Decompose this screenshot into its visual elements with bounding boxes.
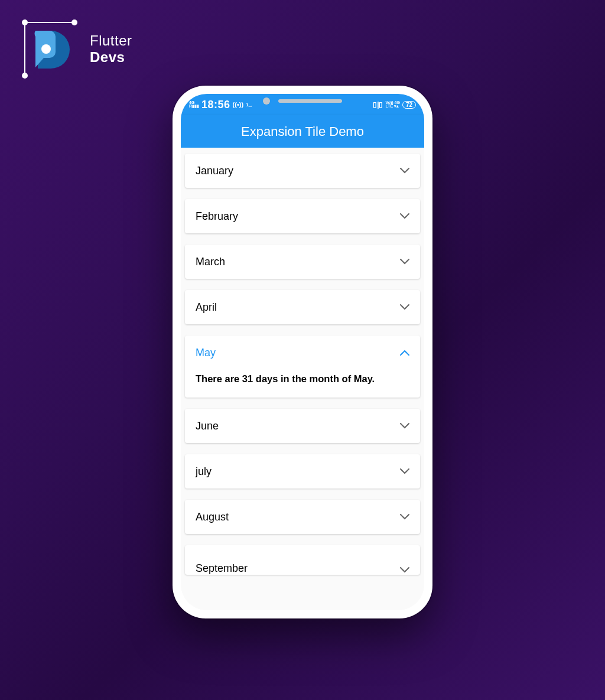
app-bar-title: Expansion Tile Demo [241, 124, 364, 139]
chevron-down-icon [400, 512, 409, 522]
expansion-tile-january[interactable]: January [185, 154, 420, 188]
expansion-tile-august[interactable]: August [185, 500, 420, 534]
network-icon: 4GR▮▮▮ [189, 101, 199, 109]
tile-content: There are 31 days in the month of May. [185, 370, 420, 398]
logo-icon [18, 17, 83, 82]
tile-title: February [196, 210, 238, 223]
tile-title: May [196, 347, 216, 359]
logo-text-line1: Flutter [90, 32, 132, 49]
svg-point-5 [41, 44, 51, 54]
expansion-tile-april[interactable]: April [185, 290, 420, 324]
chevron-down-icon [400, 166, 409, 175]
vibrate-icon: ▯|▯ [373, 100, 383, 109]
expansion-tile-march[interactable]: March [185, 245, 420, 279]
tile-title: June [196, 420, 219, 432]
expansion-tile-february[interactable]: February [185, 199, 420, 233]
status-time: 18:56 [201, 99, 230, 111]
chevron-down-icon [400, 565, 409, 575]
expansion-tile-june[interactable]: June [185, 409, 420, 443]
expansion-tile-july[interactable]: july [185, 454, 420, 489]
wifi-icon: ((•)) [233, 101, 244, 108]
tile-title: March [196, 256, 225, 268]
expansion-tile-september[interactable]: September [185, 545, 420, 575]
app-bar: Expansion Tile Demo [181, 115, 424, 148]
chevron-down-icon [400, 467, 409, 476]
tile-title: july [196, 465, 212, 478]
lte-icon: Vo)) 4GLTE ▾▴ [386, 101, 400, 109]
brand-logo: Flutter Devs [18, 17, 132, 82]
chevron-down-icon [400, 257, 409, 266]
speaker-pill-icon [278, 99, 342, 103]
tile-title: August [196, 511, 229, 523]
chevron-down-icon [400, 421, 409, 431]
tile-title: January [196, 165, 233, 177]
camera-dot-icon [263, 97, 270, 105]
phone-frame: 4GR▮▮▮ 18:56 ((•)) 1⎵ ▯|▯ Vo)) 4GLTE ▾▴ … [173, 86, 432, 618]
tile-title: September [196, 562, 248, 575]
expansion-tile-may[interactable]: May There are 31 days in the month of Ma… [185, 336, 420, 398]
chevron-up-icon [400, 348, 409, 357]
chevron-down-icon [400, 211, 409, 221]
phone-notch [263, 97, 342, 105]
chevron-down-icon [400, 302, 409, 312]
logo-text-line2: Devs [90, 49, 132, 66]
sim-icon: 1⎵ [246, 102, 251, 108]
tile-title: April [196, 301, 217, 314]
battery-icon: 72 [402, 101, 416, 109]
logo-text: Flutter Devs [90, 32, 132, 65]
tile-list[interactable]: January February March [181, 148, 424, 610]
